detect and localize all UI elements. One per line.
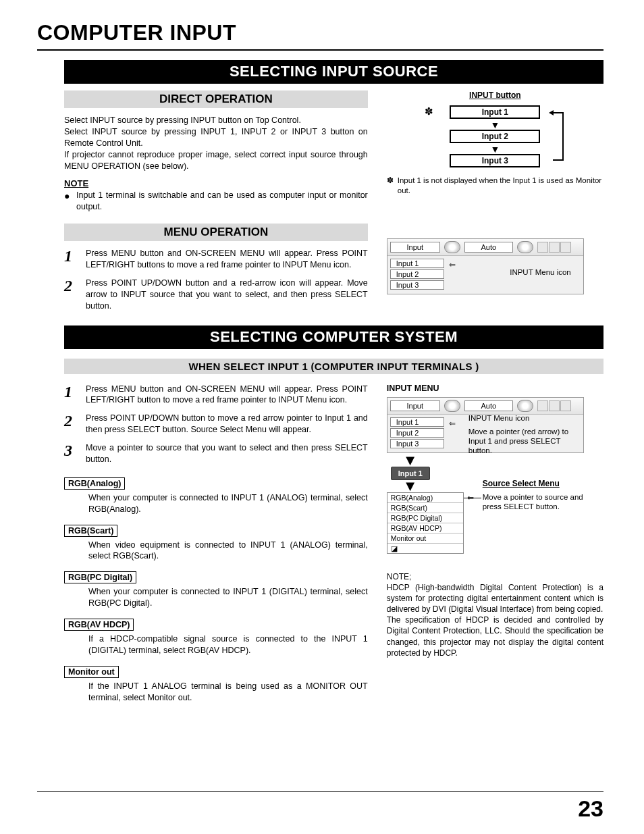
osd-mini-icon — [560, 242, 571, 253]
footer-rule — [37, 791, 603, 792]
col-right-menu-osd: Input Auto Input 1 ⇐ — [387, 224, 603, 318]
arrow-down-icon: ▼ — [421, 146, 569, 154]
mode-rgb-scart: RGB(Scart) When video equipment is conne… — [64, 519, 368, 563]
mode-text: When your computer is connected to INPUT… — [88, 586, 368, 609]
osd-topbar: Input Auto — [387, 239, 583, 256]
page: COMPUTER INPUT SELECTING INPUT SOURCE DI… — [0, 0, 644, 834]
mode-rgb-analog: RGB(Analog) When your computer is connec… — [64, 472, 368, 515]
osd-tab-auto: Auto — [464, 242, 513, 253]
sys-step-1: 1 Press MENU button and ON-SCREEN MENU w… — [64, 384, 368, 407]
asterisk-mark: ✽ — [425, 105, 433, 118]
osd-tab-auto: Auto — [464, 400, 513, 411]
mode-label: RGB(Analog) — [64, 477, 125, 490]
subheading-input1-terminals: WHEN SELECT INPUT 1 (COMPUTER INPUT TERM… — [64, 359, 603, 374]
step-text: Press POINT UP/DOWN button to move a red… — [86, 413, 368, 436]
menu-step-1: 1 Press MENU button and ON-SCREEN MENU w… — [64, 248, 368, 271]
mode-label: Monitor out — [64, 666, 119, 678]
osd-item-list: Input 1 ⇐ Input 2 Input 3 INPUT Menu ico… — [387, 415, 583, 452]
osd-mini-icon — [549, 400, 560, 411]
src-item: RGB(PC Digital) — [387, 513, 463, 523]
sys-step-2: 2 Press POINT UP/DOWN button to move a r… — [64, 413, 368, 436]
src-item-label: RGB(Analog) — [391, 494, 433, 502]
pill-row: Input 1 — [391, 467, 603, 480]
row-computer-system: 1 Press MENU button and ON-SCREEN MENU w… — [64, 384, 603, 708]
hdcp-note-body: HDCP (High-bandwidth Digital Content Pro… — [387, 582, 603, 658]
step-number: 2 — [64, 278, 86, 312]
input2-box: Input 2 — [450, 130, 540, 143]
osd-icon-row — [537, 400, 571, 411]
mode-label: RGB(AV HDCP) — [64, 619, 134, 631]
note-heading: NOTE — [64, 178, 368, 188]
heading-menu-operation: MENU OPERATION — [64, 224, 368, 241]
col-left-system: 1 Press MENU button and ON-SCREEN MENU w… — [64, 384, 368, 708]
heading-input-menu: INPUT MENU — [387, 384, 603, 393]
osd-mini-icon — [537, 400, 548, 411]
osd-item: Input 2 — [390, 269, 444, 279]
bullet-icon: ● — [64, 190, 76, 213]
osd-icon-row — [537, 242, 571, 253]
direct-p3: If projector cannot reproduce proper ima… — [64, 149, 368, 172]
pointer-arrow-icon: ⇐ — [449, 260, 456, 269]
osd-input-icon — [444, 241, 460, 253]
osd-topbar: Input Auto — [387, 398, 583, 415]
mode-label: RGB(Scart) — [64, 525, 117, 537]
step-text: Press MENU button and ON-SCREEN MENU wil… — [86, 248, 368, 271]
annotation-line — [464, 498, 481, 498]
mode-rgb-pc-digital: RGB(PC Digital) When your computer is co… — [64, 566, 368, 609]
source-select-menu: RGB(Analog) ⇐ RGB(Scart) RGB(PC Digital)… — [387, 492, 464, 554]
col-left-menu: MENU OPERATION 1 Press MENU button and O… — [64, 224, 368, 318]
hdcp-note-heading: NOTE; — [387, 571, 603, 582]
src-item: Monitor out — [387, 533, 463, 544]
osd-stack: Input Auto Input 1 — [387, 397, 603, 554]
col-left-direct: DIRECT OPERATION Select INPUT source by … — [64, 90, 368, 218]
step-text: Press POINT UP/DOWN button and a red-arr… — [86, 278, 368, 312]
source-select-wrap: Source Select Menu RGB(Analog) ⇐ RGB(Sca… — [387, 492, 603, 554]
osd-auto-icon — [517, 241, 533, 253]
mode-text: If a HDCP-compatible signal source is co… — [88, 633, 368, 656]
heading-source-select: Source Select Menu — [483, 479, 560, 488]
src-item: RGB(Scart) — [387, 503, 463, 513]
src-item: RGB(Analog) ⇐ — [387, 493, 463, 503]
ann-source-pointer: Move a pointer to source and press SELEC… — [483, 492, 584, 512]
src-item-end: ◪ — [387, 544, 463, 553]
title-rule — [37, 49, 603, 51]
mode-monitor-out: Monitor out If the INPUT 1 ANALOG termin… — [64, 660, 368, 704]
sys-step-3: 3 Move a pointer to source that you want… — [64, 442, 368, 465]
page-number: 23 — [578, 796, 603, 822]
note-bullet: ● Input 1 terminal is switchable and can… — [64, 190, 368, 213]
osd-item: Input 2 — [390, 428, 444, 438]
src-item: RGB(AV HDCP) — [387, 523, 463, 533]
osd-item: Input 3 — [390, 439, 444, 448]
heading-direct-operation: DIRECT OPERATION — [64, 90, 368, 108]
mode-text: If the INPUT 1 ANALOG terminal is being … — [88, 681, 368, 704]
ann-menuicon: INPUT Menu icon — [468, 413, 530, 423]
step-number: 1 — [64, 384, 86, 407]
step-text: Press MENU button and ON-SCREEN MENU wil… — [86, 384, 368, 407]
step-text: Move a pointer to source that you want t… — [86, 442, 368, 465]
osd-item: Input 3 — [390, 280, 444, 290]
mode-rgb-av-hdcp: RGB(AV HDCP) If a HDCP-compatible signal… — [64, 613, 368, 656]
mode-text: When video equipment is connected to INP… — [88, 540, 368, 563]
osd-tab-input: Input — [390, 242, 440, 253]
input1-box: Input 1 — [450, 105, 540, 119]
osd-item-label: Input 1 — [396, 418, 419, 426]
osd-mini-icon — [549, 242, 560, 253]
pointer-arrow-icon: ⇐ — [449, 419, 456, 428]
step-number: 1 — [64, 248, 86, 271]
page-title: COMPUTER INPUT — [37, 20, 603, 49]
osd-input-menu-2: Input Auto Input 1 — [387, 397, 584, 453]
asterisk-note-text: Input 1 is not displayed when the Input … — [398, 176, 603, 196]
section-bar-selecting-computer-system: SELECTING COMPUTER SYSTEM — [64, 325, 603, 349]
osd-item-label: Input 1 — [396, 259, 419, 267]
row-direct-operation: DIRECT OPERATION Select INPUT source by … — [64, 90, 603, 218]
mode-text: When your computer is connected to INPUT… — [88, 492, 368, 515]
asterisk-mark-2: ✽ — [387, 176, 398, 196]
mode-label: RGB(PC Digital) — [64, 571, 136, 583]
step-number: 2 — [64, 413, 86, 436]
row-menu-operation: MENU OPERATION 1 Press MENU button and O… — [64, 224, 603, 318]
note-text: Input 1 terminal is switchable and can b… — [76, 190, 368, 213]
direct-p1: Select INPUT source by pressing INPUT bu… — [64, 115, 368, 126]
direct-p2: Select INPUT source by pressing INPUT 1,… — [64, 126, 368, 149]
osd-mini-icon — [537, 242, 548, 253]
osd-mini-icon — [560, 400, 571, 411]
